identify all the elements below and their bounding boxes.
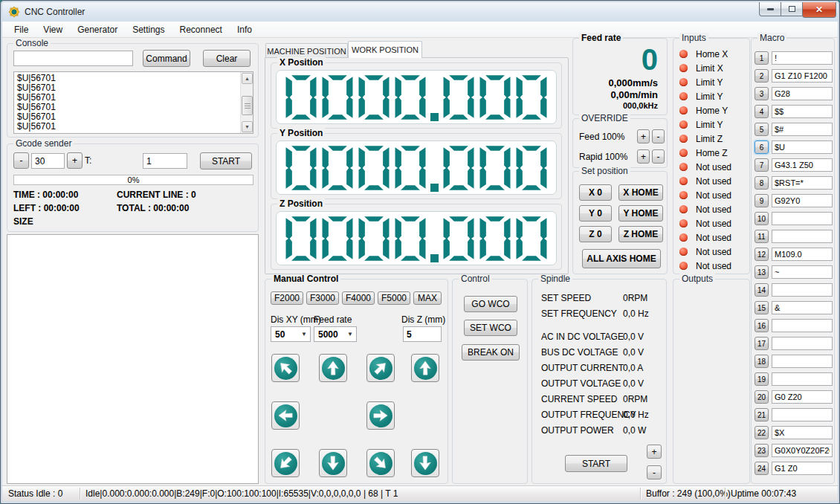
close-button[interactable]: ✕: [802, 2, 836, 18]
feed-preset-f5000-button[interactable]: F5000: [378, 291, 410, 305]
jog-down-button[interactable]: [319, 449, 347, 477]
tab-work-position[interactable]: WORK POSITION: [348, 41, 422, 58]
interval-decrease-button[interactable]: -: [13, 152, 29, 169]
macro-22-button[interactable]: 22: [755, 426, 769, 439]
feed-preset-max-button[interactable]: MAX: [413, 291, 442, 305]
macro-24-input[interactable]: [772, 462, 833, 475]
menu-item-settings[interactable]: Settings: [125, 22, 172, 37]
macro-20-button[interactable]: 20: [755, 390, 769, 404]
macro-3-button[interactable]: 3: [755, 87, 769, 100]
feed-preset-f2000-button[interactable]: F2000: [271, 291, 303, 305]
scrollbar-thumb[interactable]: [242, 96, 253, 115]
jog-z-down-button[interactable]: [411, 449, 439, 477]
macro-18-button[interactable]: 18: [755, 355, 769, 368]
macro-18-input[interactable]: [772, 355, 833, 368]
gcode-file-viewer[interactable]: [7, 234, 259, 484]
macro-12-input[interactable]: [772, 248, 833, 261]
macro-6-button[interactable]: 6: [755, 140, 769, 154]
z-home-button[interactable]: Z HOME: [618, 226, 663, 242]
macro-16-button[interactable]: 16: [755, 319, 769, 332]
macro-2-input[interactable]: [772, 69, 833, 83]
macro-14-button[interactable]: 14: [755, 283, 769, 297]
macro-20-input[interactable]: [772, 390, 833, 404]
all-axis-home-button[interactable]: ALL AXIS HOME: [582, 249, 661, 268]
scroll-up-button[interactable]: ▲: [242, 73, 253, 84]
tool-input[interactable]: [143, 153, 187, 169]
macro-5-input[interactable]: [772, 123, 833, 136]
spindle-start-button[interactable]: START: [565, 455, 627, 472]
clear-button[interactable]: Clear: [203, 50, 251, 67]
feed-override-minus-button[interactable]: -: [652, 129, 665, 143]
macro-11-button[interactable]: 11: [755, 230, 769, 243]
macro-11-input[interactable]: [772, 230, 833, 243]
macro-10-input[interactable]: [772, 212, 833, 225]
menu-item-file[interactable]: File: [7, 22, 36, 37]
macro-8-input[interactable]: [772, 176, 833, 190]
macro-10-button[interactable]: 10: [755, 212, 769, 225]
feed-override-plus-button[interactable]: +: [637, 129, 650, 143]
macro-21-input[interactable]: [772, 408, 833, 421]
macro-3-input[interactable]: [772, 87, 833, 100]
jog-right-button[interactable]: [366, 401, 395, 430]
macro-13-button[interactable]: 13: [755, 265, 769, 279]
feed-preset-f4000-button[interactable]: F4000: [342, 291, 375, 305]
command-button[interactable]: Command: [143, 50, 190, 67]
spindle-plus-button[interactable]: +: [647, 445, 662, 459]
macro-24-button[interactable]: 24: [755, 462, 769, 475]
jog-left-button[interactable]: [271, 401, 300, 430]
macro-4-button[interactable]: 4: [755, 105, 769, 118]
macro-9-button[interactable]: 9: [755, 194, 769, 207]
scroll-down-button[interactable]: ▼: [242, 121, 253, 132]
macro-1-input[interactable]: [772, 51, 833, 65]
jog-feed-rate-select[interactable]: 5000 ▼: [314, 326, 357, 342]
menu-item-reconnect[interactable]: Reconnect: [172, 22, 230, 37]
console-log[interactable]: $U|56701$U|56701$U|56701$U|56701$U|56701…: [13, 71, 253, 134]
macro-8-button[interactable]: 8: [755, 176, 769, 190]
macro-7-input[interactable]: [772, 158, 833, 172]
macro-19-button[interactable]: 19: [755, 372, 769, 386]
macro-7-button[interactable]: 7: [755, 158, 769, 172]
macro-17-input[interactable]: [772, 337, 833, 350]
macro-9-input[interactable]: [772, 194, 833, 207]
macro-1-button[interactable]: 1: [755, 51, 769, 65]
interval-input[interactable]: [31, 153, 65, 169]
y-home-button[interactable]: Y HOME: [618, 205, 663, 222]
interval-increase-button[interactable]: +: [67, 152, 83, 169]
maximize-button[interactable]: [781, 2, 802, 16]
jog-up-left-button[interactable]: [271, 354, 300, 382]
rapid-override-minus-button[interactable]: -: [652, 149, 665, 164]
macro-6-input[interactable]: [772, 140, 833, 154]
y-zero-button[interactable]: Y 0: [579, 205, 612, 222]
x-zero-button[interactable]: X 0: [579, 184, 612, 201]
rapid-override-plus-button[interactable]: +: [637, 149, 650, 164]
macro-16-input[interactable]: [772, 319, 833, 332]
dis-xy-select[interactable]: 50 ▼: [271, 326, 311, 342]
jog-up-right-button[interactable]: [366, 354, 395, 382]
feed-preset-f3000-button[interactable]: F3000: [306, 291, 339, 305]
macro-22-input[interactable]: [772, 426, 833, 439]
macro-15-button[interactable]: 15: [755, 301, 769, 314]
macro-19-input[interactable]: [772, 372, 833, 386]
menu-item-info[interactable]: Info: [230, 22, 259, 37]
menu-item-generator[interactable]: Generator: [70, 22, 125, 37]
macro-2-button[interactable]: 2: [755, 69, 769, 83]
macro-13-input[interactable]: [772, 265, 833, 279]
jog-down-left-button[interactable]: [271, 449, 300, 477]
dis-z-input[interactable]: [403, 326, 442, 342]
gcode-start-button[interactable]: START: [200, 152, 252, 169]
z-zero-button[interactable]: Z 0: [579, 226, 612, 242]
macro-5-button[interactable]: 5: [755, 123, 769, 136]
macro-12-button[interactable]: 12: [755, 248, 769, 261]
macro-4-input[interactable]: [772, 105, 833, 118]
macro-17-button[interactable]: 17: [755, 337, 769, 350]
tab-machine-position[interactable]: MACHINE POSITION: [265, 43, 348, 58]
jog-z-up-button[interactable]: [411, 354, 439, 382]
menu-item-view[interactable]: View: [36, 22, 70, 37]
go-wco-button[interactable]: GO WCO: [464, 296, 517, 312]
macro-23-input[interactable]: [772, 444, 833, 457]
jog-up-button[interactable]: [319, 354, 347, 382]
macro-21-button[interactable]: 21: [755, 408, 769, 421]
minimize-button[interactable]: [759, 2, 781, 16]
macro-23-button[interactable]: 23: [755, 444, 769, 457]
console-scrollbar[interactable]: ▲ ▼: [240, 72, 253, 133]
